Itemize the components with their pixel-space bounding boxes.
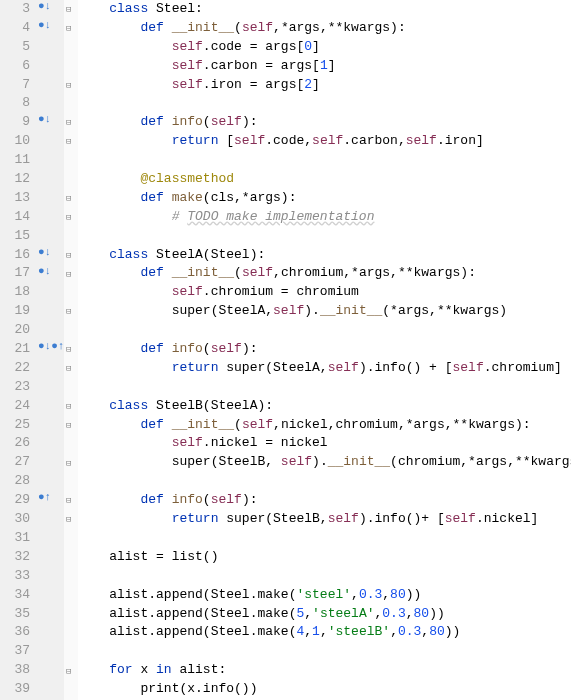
code-token: 'steelA' [312, 606, 374, 621]
code-line[interactable]: @classmethod [78, 170, 571, 189]
code-line[interactable]: alist.append(Steel.make(5,'steelA',0.3,8… [78, 605, 571, 624]
code-line[interactable]: self.code = args[0] [78, 38, 571, 57]
fold-toggle-icon[interactable]: ⊟ [66, 420, 71, 431]
code-token: self [406, 133, 437, 148]
code-token: 2 [304, 77, 312, 92]
code-line[interactable]: def __init__(self,*args,**kwargs): [78, 19, 571, 38]
line-number: 18 [0, 283, 30, 302]
override-marker-icon[interactable]: ●↓ [38, 19, 51, 31]
code-line[interactable] [78, 472, 571, 491]
code-line[interactable]: self.nickel = nickel [78, 434, 571, 453]
code-token: )) [406, 587, 422, 602]
code-line[interactable]: alist.append(Steel.make('steel',0.3,80)) [78, 586, 571, 605]
code-line[interactable]: class Steel: [78, 0, 571, 19]
code-token: ): [242, 341, 258, 356]
override-marker-icon[interactable]: ●↓ [38, 113, 51, 125]
fold-toggle-icon[interactable]: ⊟ [66, 306, 71, 317]
override-marker-icon[interactable]: ●↓ [38, 265, 51, 277]
code-token: info [172, 114, 203, 129]
fold-toggle-icon[interactable]: ⊟ [66, 193, 71, 204]
code-token: , [304, 624, 312, 639]
code-line[interactable] [78, 321, 571, 340]
line-number: 39 [0, 680, 30, 699]
code-line[interactable]: super(SteelB, self).__init__(chromium,*a… [78, 453, 571, 472]
code-token: def [140, 265, 171, 280]
code-token: , [320, 624, 328, 639]
line-number: 36 [0, 623, 30, 642]
code-line[interactable]: def info(self): [78, 340, 571, 359]
fold-toggle-icon[interactable]: ⊟ [66, 212, 71, 223]
code-line[interactable]: alist.append(Steel.make(4,1,'steelB',0.3… [78, 623, 571, 642]
code-token: 'steelB' [328, 624, 390, 639]
code-token: # [172, 209, 188, 224]
code-line[interactable]: return [self.code,self.carbon,self.iron] [78, 132, 571, 151]
line-number: 38 [0, 661, 30, 680]
code-line[interactable]: class SteelB(SteelA): [78, 397, 571, 416]
code-token: @classmethod [140, 171, 234, 186]
code-line[interactable]: self.iron = args[2] [78, 76, 571, 95]
code-token: 0 [304, 39, 312, 54]
fold-toggle-icon[interactable]: ⊟ [66, 23, 71, 34]
fold-toggle-icon[interactable]: ⊟ [66, 80, 71, 91]
fold-toggle-icon[interactable]: ⊟ [66, 136, 71, 147]
code-editor[interactable]: class Steel: def __init__(self,*args,**k… [78, 0, 571, 700]
code-token: ] [312, 39, 320, 54]
code-line[interactable]: # TODO make implementation [78, 208, 571, 227]
code-token: alist: [179, 662, 226, 677]
fold-toggle-icon[interactable]: ⊟ [66, 495, 71, 506]
override-marker-icon[interactable]: ●↑ [38, 491, 51, 503]
line-number: 22 [0, 359, 30, 378]
code-line[interactable]: class SteelA(Steel): [78, 246, 571, 265]
code-line[interactable] [78, 378, 571, 397]
code-token: make [172, 190, 203, 205]
code-line[interactable]: self.chromium = chromium [78, 283, 571, 302]
override-marker-icon[interactable]: ●↓ [38, 0, 51, 12]
code-token: )) [445, 624, 461, 639]
code-line[interactable] [78, 529, 571, 548]
code-line[interactable]: def info(self): [78, 113, 571, 132]
code-token: info [172, 492, 203, 507]
code-line[interactable]: def __init__(self,chromium,*args,**kwarg… [78, 264, 571, 283]
code-token: return [172, 360, 227, 375]
code-token: self [242, 265, 273, 280]
code-token: SteelB(SteelA): [156, 398, 273, 413]
fold-toggle-icon[interactable]: ⊟ [66, 363, 71, 374]
code-token: print [140, 681, 179, 696]
code-token: self [211, 492, 242, 507]
code-line[interactable]: def make(cls,*args): [78, 189, 571, 208]
code-line[interactable] [78, 567, 571, 586]
code-token: ): [242, 492, 258, 507]
code-line[interactable] [78, 642, 571, 661]
code-line[interactable]: return super(SteelB,self).info()+ [self.… [78, 510, 571, 529]
line-number: 12 [0, 170, 30, 189]
code-token: def [140, 341, 171, 356]
fold-toggle-icon[interactable]: ⊟ [66, 250, 71, 261]
fold-toggle-icon[interactable]: ⊟ [66, 4, 71, 15]
fold-toggle-icon[interactable]: ⊟ [66, 401, 71, 412]
code-line[interactable]: return super(SteelA,self).info() + [self… [78, 359, 571, 378]
fold-toggle-icon[interactable]: ⊟ [66, 117, 71, 128]
code-token: , [390, 624, 398, 639]
fold-toggle-icon[interactable]: ⊟ [66, 514, 71, 525]
code-line[interactable] [78, 94, 571, 113]
fold-toggle-icon[interactable]: ⊟ [66, 269, 71, 280]
code-token: ).info()+ [ [359, 511, 445, 526]
fold-toggle-icon[interactable]: ⊟ [66, 344, 71, 355]
code-line[interactable]: print(x.info()) [78, 680, 571, 699]
code-line[interactable]: for x in alist: [78, 661, 571, 680]
code-line[interactable]: self.carbon = args[1] [78, 57, 571, 76]
code-token: , [304, 606, 312, 621]
code-line[interactable]: super(SteelA,self).__init__(*args,**kwar… [78, 302, 571, 321]
code-line[interactable] [78, 151, 571, 170]
code-token: , [351, 587, 359, 602]
code-token: ,nickel,chromium,*args,**kwargs): [273, 417, 530, 432]
fold-toggle-icon[interactable]: ⊟ [66, 458, 71, 469]
code-line[interactable]: alist = list() [78, 548, 571, 567]
code-line[interactable]: def __init__(self,nickel,chromium,*args,… [78, 416, 571, 435]
fold-toggle-icon[interactable]: ⊟ [66, 666, 71, 677]
code-token: super [226, 511, 265, 526]
code-line[interactable] [78, 227, 571, 246]
override-marker-icon[interactable]: ●↓ [38, 246, 51, 258]
override-marker-icon[interactable]: ●↓●↑ [38, 340, 64, 352]
code-line[interactable]: def info(self): [78, 491, 571, 510]
